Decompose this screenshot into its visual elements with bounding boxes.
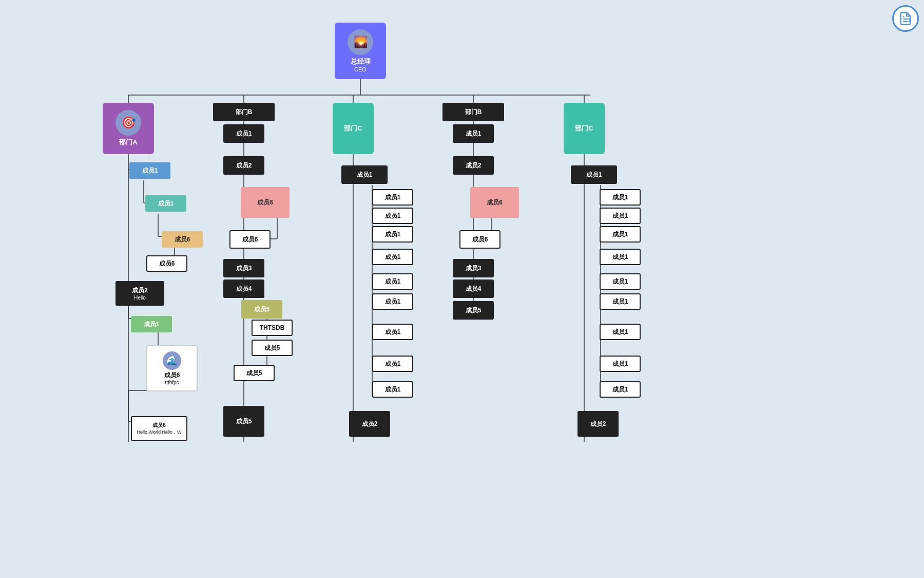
b2-m3[interactable]: 成员3 [453, 259, 494, 277]
c2-m1-8[interactable]: 成员1 [600, 356, 641, 372]
deptA-m6[interactable]: 成员6 [162, 231, 203, 248]
export-icon [898, 11, 913, 26]
deptA-m6-world[interactable]: 成员6 Hello,World Hello，W [131, 416, 187, 441]
c1-m1-5[interactable]: 成员1 [372, 273, 413, 290]
dept-a-label: 部门A [119, 138, 137, 147]
org-chart: 🌄 总经理 CEO 🎯 部门A 成员1 成员1 成员6 成员6 成员2 Hell… [0, 0, 924, 578]
c1-m1-1[interactable]: 成员1 [372, 189, 413, 206]
b1-m5-black[interactable]: 成员5 [223, 406, 264, 437]
c1-m1-7[interactable]: 成员1 [372, 324, 413, 340]
deptA-m6-2[interactable]: 成员6 [146, 255, 187, 272]
c2-m2[interactable]: 成员2 [578, 411, 619, 437]
b1-m4[interactable]: 成员4 [223, 279, 264, 298]
c2-m1-4[interactable]: 成员1 [600, 249, 641, 265]
b1-m2[interactable]: 成员2 [223, 156, 264, 175]
ceo-avatar: 🌄 [348, 29, 373, 55]
b2-m2[interactable]: 成员2 [453, 156, 494, 175]
c2-m1-6[interactable]: 成员1 [600, 293, 641, 310]
b2-m4[interactable]: 成员4 [453, 279, 494, 298]
b1-m5-2[interactable]: 成员5 [252, 340, 293, 356]
dept-c1-label: 部门C [344, 124, 362, 133]
b2-m1[interactable]: 成员1 [453, 124, 494, 143]
dept-c2-label: 部门C [575, 124, 593, 133]
c1-m2[interactable]: 成员2 [349, 411, 390, 437]
dept-b2-node[interactable]: 部门B [442, 103, 504, 121]
dept-c2-node[interactable]: 部门C [564, 103, 605, 154]
dept-c1-node[interactable]: 部门C [333, 103, 374, 154]
c2-m1-main[interactable]: 成员1 [571, 165, 617, 184]
ceo-title: 总经理 [351, 57, 371, 66]
deptA-m6-avatar[interactable]: 🌊 成员6 ttthfpc [146, 345, 198, 391]
c2-m1-7[interactable]: 成员1 [600, 324, 641, 340]
b2-m5[interactable]: 成员5 [453, 301, 494, 320]
b1-m3[interactable]: 成员3 [223, 259, 264, 277]
dept-a-node[interactable]: 🎯 部门A [103, 103, 154, 154]
dept-a-avatar: 🎯 [116, 110, 141, 136]
deptA-m2[interactable]: 成员2 Hello [116, 281, 164, 306]
deptA-m1-2[interactable]: 成员1 [145, 195, 186, 212]
b1-m5-3[interactable]: 成员5 [234, 365, 275, 381]
c2-m1-9[interactable]: 成员1 [600, 381, 641, 398]
c1-m1-8[interactable]: 成员1 [372, 356, 413, 372]
b1-m6-pink[interactable]: 成员6 [241, 187, 290, 218]
c1-m1-6[interactable]: 成员1 [372, 293, 413, 310]
export-button[interactable] [892, 5, 919, 32]
c2-m1-2[interactable]: 成员1 [600, 208, 641, 224]
b1-thtsdb[interactable]: THTSDB [252, 320, 293, 336]
b1-m6-2[interactable]: 成员6 [229, 230, 271, 249]
deptA-m1[interactable]: 成员1 [129, 162, 170, 179]
b1-m5-olive[interactable]: 成员5 [241, 300, 282, 319]
c2-m1-3[interactable]: 成员1 [600, 226, 641, 243]
c1-m1-2[interactable]: 成员1 [372, 208, 413, 224]
b1-m1[interactable]: 成员1 [223, 124, 264, 143]
ceo-subtitle: CEO [354, 66, 367, 72]
c1-m1-9[interactable]: 成员1 [372, 381, 413, 398]
c1-m1-4[interactable]: 成员1 [372, 249, 413, 265]
c2-m1-1[interactable]: 成员1 [600, 189, 641, 206]
b2-m6-2[interactable]: 成员6 [459, 230, 500, 249]
deptA-m1-3[interactable]: 成员1 [131, 316, 172, 332]
dept-b1-node[interactable]: 部门B [213, 103, 275, 121]
c1-m1-3[interactable]: 成员1 [372, 226, 413, 243]
c2-m1-5[interactable]: 成员1 [600, 273, 641, 290]
c1-m1-main[interactable]: 成员1 [341, 165, 388, 184]
ceo-node[interactable]: 🌄 总经理 CEO [335, 23, 386, 79]
deptA-avatar: 🌊 [163, 351, 181, 370]
b2-m6-pink[interactable]: 成员6 [470, 187, 519, 218]
